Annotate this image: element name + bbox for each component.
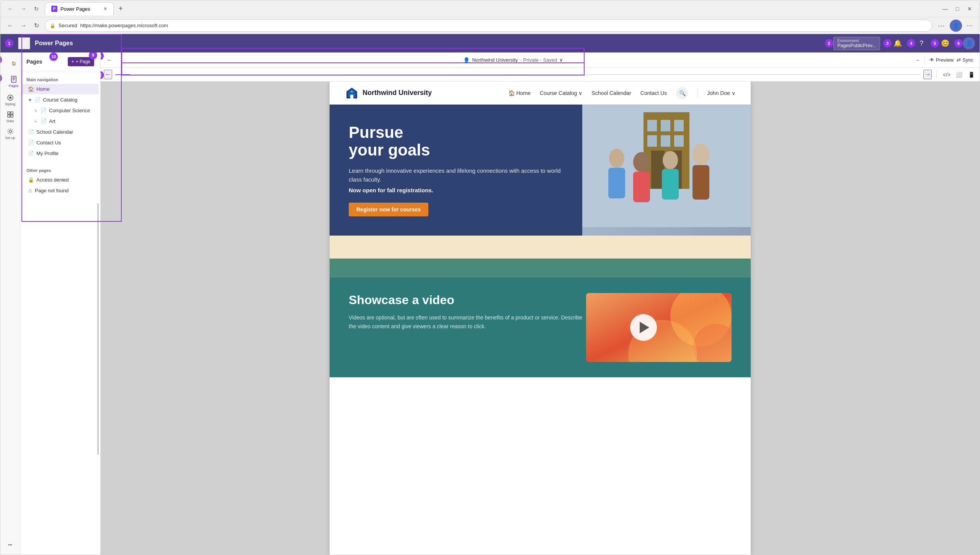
svg-point-10	[9, 130, 11, 133]
nav-forward-button[interactable]: →	[18, 20, 29, 31]
nav-item-my-profile[interactable]: 📄 My Profile	[22, 148, 99, 159]
annotation-12: 12	[101, 71, 104, 79]
profile-button[interactable]: 👤	[950, 20, 962, 32]
hero-cta-button[interactable]: Register now for courses	[349, 203, 428, 216]
setup-sidebar-button[interactable]: Set up	[3, 126, 18, 141]
right-scroll-button[interactable]: →	[915, 57, 920, 63]
new-tab-button[interactable]: +	[115, 3, 126, 14]
pages-sidebar-button[interactable]: Pages	[7, 74, 20, 89]
nav-item-art[interactable]: ↳ 📄 Art	[22, 116, 99, 126]
url-text: https://make.powerpages.microsoft.com	[80, 23, 168, 28]
students-illustration	[582, 105, 751, 227]
settings-button[interactable]: ⋯	[964, 20, 975, 31]
nav-item-contact-us[interactable]: 📄 Contact Us	[22, 138, 99, 148]
site-user-menu[interactable]: John Doe ∨	[707, 90, 735, 96]
waffle-menu-button[interactable]: ⠿	[18, 37, 30, 49]
styling-sidebar-button[interactable]: Styling	[3, 92, 18, 108]
badge-container-6: 6 👤	[954, 37, 975, 49]
tablet-view-button[interactable]: ⬜	[954, 69, 964, 80]
chevron-down-icon: ∨	[559, 57, 563, 63]
pages-content: Main navigation 🏠 Home ▼ 📄 Course Catalo…	[20, 71, 100, 555]
badge-container-2: 2 Environment PagesPublicPrev...	[825, 37, 880, 50]
site-logo-name: Northwind University	[363, 89, 432, 97]
left-scroll-button[interactable]: ←	[107, 57, 112, 63]
annotation-3: 3	[883, 39, 892, 47]
refresh-button[interactable]: ↻	[31, 3, 42, 14]
forward-button[interactable]: →	[18, 3, 29, 14]
color-strip	[330, 236, 751, 259]
maximize-button[interactable]: □	[952, 3, 963, 14]
nav-item-school-calendar[interactable]: 📄 School Calendar	[22, 127, 99, 137]
annotation-9: 9	[89, 52, 97, 59]
site-nav: 🏠 Home Course Catalog ∨ School Calendar	[508, 87, 735, 99]
icon-sidebar: 7 🏠 8 Pages	[0, 52, 20, 555]
active-tab[interactable]: P Power Pages ✕	[45, 2, 114, 15]
pages-panel-header: 10 Pages 9 + + Page	[20, 52, 100, 71]
site-nav-home[interactable]: 🏠 Home	[508, 90, 531, 96]
canvas-view-buttons: </> ⬜ 📱	[941, 69, 977, 80]
tab-title: Power Pages	[60, 6, 90, 12]
environment-button[interactable]: Environment PagesPublicPrev...	[833, 37, 880, 50]
data-sidebar-button[interactable]: Data	[3, 109, 18, 124]
site-nav-course-catalog[interactable]: Course Catalog ∨	[540, 90, 582, 96]
help-button[interactable]: ?	[915, 37, 928, 49]
annotation-7: 7	[0, 56, 2, 64]
address-field[interactable]: 🔒 Secured https://make.powerpages.micros…	[45, 20, 932, 32]
my-profile-label: My Profile	[36, 151, 59, 156]
hero-highlight: Now open for fall registrations.	[349, 187, 563, 193]
close-button[interactable]: ✕	[964, 3, 975, 14]
showcase-video[interactable]	[586, 293, 732, 362]
add-page-icon: +	[72, 59, 74, 64]
nav-refresh-button[interactable]: ↻	[31, 20, 42, 31]
preview-label: Preview	[936, 57, 954, 63]
site-visibility: - Private - Saved	[520, 57, 557, 63]
hero-title: Pursue your goals	[349, 124, 563, 159]
computer-science-page-icon: 📄	[41, 108, 47, 113]
nav-back-button[interactable]: ←	[5, 20, 16, 31]
more-sidebar-button[interactable]: •••	[3, 537, 18, 552]
setup-icon	[7, 128, 14, 135]
nav-item-computer-science[interactable]: ↳ 📄 Computer Science	[22, 105, 99, 116]
feedback-button[interactable]: 😊	[939, 37, 951, 49]
site-header: Northwind University 🏠 Home Course Catal…	[330, 82, 751, 105]
website-frame: Northwind University 🏠 Home Course Catal…	[330, 82, 751, 555]
sync-label: Sync	[962, 57, 973, 63]
my-profile-page-icon: 📄	[28, 151, 34, 156]
mobile-view-button[interactable]: 📱	[966, 69, 977, 80]
annotation-1: 1	[5, 39, 13, 47]
notifications-button[interactable]: 🔔	[892, 37, 904, 49]
svg-point-11	[351, 90, 353, 93]
home-page-icon: 🏠	[28, 86, 34, 92]
extensions-button[interactable]: ⋯	[935, 20, 947, 32]
canvas-left-arrow[interactable]: ←	[104, 70, 112, 79]
main-nav-label: Main navigation	[20, 74, 100, 83]
school-calendar-label: School Calendar	[36, 129, 73, 135]
nav-item-page-not-found[interactable]: ⚠ Page not found	[22, 185, 99, 196]
nav-item-home[interactable]: 🏠 Home	[22, 84, 99, 94]
sync-button[interactable]: ⇄ Sync	[957, 57, 973, 63]
nav-item-access-denied[interactable]: 🔒 Access denied	[22, 175, 99, 185]
minimize-button[interactable]: —	[940, 3, 951, 14]
app-topbar: 1 ⠿ Power Pages 2 Environment PagesPubli…	[0, 34, 980, 52]
canvas-right-arrow[interactable]: →	[923, 70, 932, 79]
page-not-found-label: Page not found	[35, 188, 69, 193]
hero-description: Learn through innovative experiences and…	[349, 167, 563, 184]
address-bar-row: ← → ↻ 🔒 Secured https://make.powerpages.…	[0, 17, 980, 34]
tab-close-button[interactable]: ✕	[103, 6, 107, 11]
showcase-title: Showcase a video	[349, 293, 586, 307]
back-button[interactable]: ←	[5, 3, 16, 14]
svg-rect-6	[8, 112, 10, 114]
nav-item-course-catalog[interactable]: ▼ 📄 Course Catalog	[22, 95, 99, 105]
school-calendar-page-icon: 📄	[28, 129, 34, 135]
showcase-description: Videos are optional, but are often used …	[349, 313, 586, 331]
preview-button[interactable]: 👁 Preview	[929, 57, 954, 63]
home-sidebar-button[interactable]: 🏠	[7, 56, 20, 71]
site-nav-school-calendar[interactable]: School Calendar	[591, 90, 631, 96]
user-profile-button[interactable]: 👤	[963, 37, 975, 49]
styling-icon	[7, 94, 14, 102]
code-view-button[interactable]: </>	[941, 69, 952, 80]
contact-us-page-icon: 📄	[28, 140, 34, 146]
site-search-button[interactable]: 🔍	[676, 87, 688, 99]
site-nav-contact-us[interactable]: Contact Us	[640, 90, 667, 96]
annotation-8: 8	[0, 74, 2, 82]
